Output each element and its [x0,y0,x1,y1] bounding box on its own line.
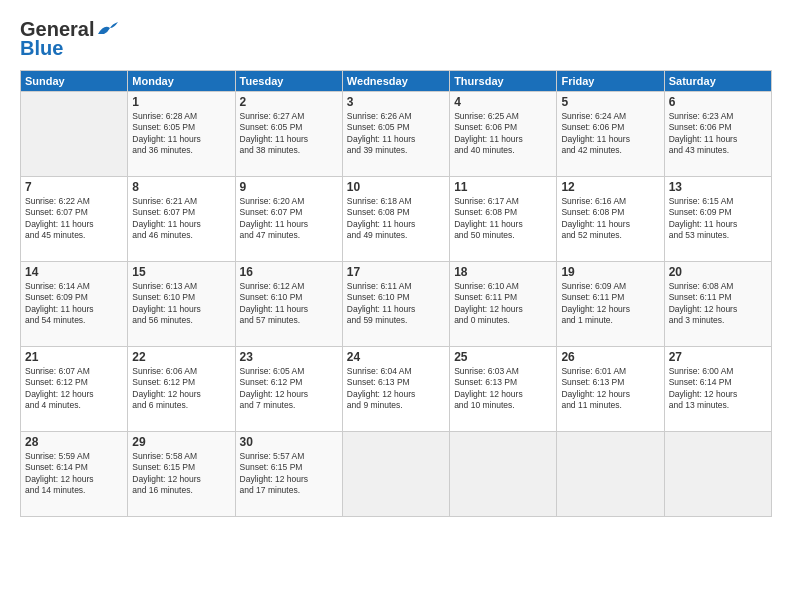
day-number: 2 [240,95,338,109]
calendar-cell: 9Sunrise: 6:20 AM Sunset: 6:07 PM Daylig… [235,177,342,262]
day-number: 16 [240,265,338,279]
calendar-cell: 4Sunrise: 6:25 AM Sunset: 6:06 PM Daylig… [450,92,557,177]
calendar-cell: 23Sunrise: 6:05 AM Sunset: 6:12 PM Dayli… [235,347,342,432]
day-info: Sunrise: 6:15 AM Sunset: 6:09 PM Dayligh… [669,196,767,242]
day-number: 12 [561,180,659,194]
day-number: 23 [240,350,338,364]
day-info: Sunrise: 6:11 AM Sunset: 6:10 PM Dayligh… [347,281,445,327]
day-number: 11 [454,180,552,194]
day-info: Sunrise: 6:10 AM Sunset: 6:11 PM Dayligh… [454,281,552,327]
logo: General Blue [20,18,118,60]
day-info: Sunrise: 6:13 AM Sunset: 6:10 PM Dayligh… [132,281,230,327]
day-number: 9 [240,180,338,194]
day-number: 25 [454,350,552,364]
calendar-cell: 16Sunrise: 6:12 AM Sunset: 6:10 PM Dayli… [235,262,342,347]
calendar-cell: 6Sunrise: 6:23 AM Sunset: 6:06 PM Daylig… [664,92,771,177]
day-number: 10 [347,180,445,194]
logo-blue-text: Blue [20,37,63,60]
day-number: 15 [132,265,230,279]
day-number: 26 [561,350,659,364]
day-number: 20 [669,265,767,279]
calendar-cell: 5Sunrise: 6:24 AM Sunset: 6:06 PM Daylig… [557,92,664,177]
day-info: Sunrise: 6:00 AM Sunset: 6:14 PM Dayligh… [669,366,767,412]
day-info: Sunrise: 6:12 AM Sunset: 6:10 PM Dayligh… [240,281,338,327]
day-info: Sunrise: 6:21 AM Sunset: 6:07 PM Dayligh… [132,196,230,242]
calendar-cell: 17Sunrise: 6:11 AM Sunset: 6:10 PM Dayli… [342,262,449,347]
calendar-week-row: 7Sunrise: 6:22 AM Sunset: 6:07 PM Daylig… [21,177,772,262]
day-info: Sunrise: 5:59 AM Sunset: 6:14 PM Dayligh… [25,451,123,497]
day-info: Sunrise: 6:01 AM Sunset: 6:13 PM Dayligh… [561,366,659,412]
day-info: Sunrise: 6:18 AM Sunset: 6:08 PM Dayligh… [347,196,445,242]
day-info: Sunrise: 6:04 AM Sunset: 6:13 PM Dayligh… [347,366,445,412]
day-info: Sunrise: 6:06 AM Sunset: 6:12 PM Dayligh… [132,366,230,412]
calendar-cell: 14Sunrise: 6:14 AM Sunset: 6:09 PM Dayli… [21,262,128,347]
calendar-body: 1Sunrise: 6:28 AM Sunset: 6:05 PM Daylig… [21,92,772,517]
calendar-cell: 15Sunrise: 6:13 AM Sunset: 6:10 PM Dayli… [128,262,235,347]
header-row: SundayMondayTuesdayWednesdayThursdayFrid… [21,71,772,92]
calendar-cell: 1Sunrise: 6:28 AM Sunset: 6:05 PM Daylig… [128,92,235,177]
day-of-week-header: Monday [128,71,235,92]
day-number: 14 [25,265,123,279]
day-number: 6 [669,95,767,109]
calendar-week-row: 21Sunrise: 6:07 AM Sunset: 6:12 PM Dayli… [21,347,772,432]
day-of-week-header: Tuesday [235,71,342,92]
calendar-table: SundayMondayTuesdayWednesdayThursdayFrid… [20,70,772,517]
day-info: Sunrise: 5:58 AM Sunset: 6:15 PM Dayligh… [132,451,230,497]
day-info: Sunrise: 6:16 AM Sunset: 6:08 PM Dayligh… [561,196,659,242]
calendar-cell: 30Sunrise: 5:57 AM Sunset: 6:15 PM Dayli… [235,432,342,517]
calendar-cell: 25Sunrise: 6:03 AM Sunset: 6:13 PM Dayli… [450,347,557,432]
header: General Blue [20,18,772,60]
calendar-cell [557,432,664,517]
calendar-cell: 21Sunrise: 6:07 AM Sunset: 6:12 PM Dayli… [21,347,128,432]
day-of-week-header: Wednesday [342,71,449,92]
calendar-cell: 22Sunrise: 6:06 AM Sunset: 6:12 PM Dayli… [128,347,235,432]
day-number: 5 [561,95,659,109]
day-number: 3 [347,95,445,109]
day-info: Sunrise: 6:23 AM Sunset: 6:06 PM Dayligh… [669,111,767,157]
day-info: Sunrise: 6:22 AM Sunset: 6:07 PM Dayligh… [25,196,123,242]
calendar-cell [450,432,557,517]
calendar-cell: 24Sunrise: 6:04 AM Sunset: 6:13 PM Dayli… [342,347,449,432]
day-info: Sunrise: 6:14 AM Sunset: 6:09 PM Dayligh… [25,281,123,327]
calendar-cell: 26Sunrise: 6:01 AM Sunset: 6:13 PM Dayli… [557,347,664,432]
day-info: Sunrise: 6:25 AM Sunset: 6:06 PM Dayligh… [454,111,552,157]
logo-bird-icon [96,22,118,38]
calendar-cell [21,92,128,177]
day-number: 8 [132,180,230,194]
day-of-week-header: Friday [557,71,664,92]
calendar-cell [664,432,771,517]
day-info: Sunrise: 6:28 AM Sunset: 6:05 PM Dayligh… [132,111,230,157]
day-info: Sunrise: 5:57 AM Sunset: 6:15 PM Dayligh… [240,451,338,497]
calendar-cell: 19Sunrise: 6:09 AM Sunset: 6:11 PM Dayli… [557,262,664,347]
calendar-cell [342,432,449,517]
day-number: 21 [25,350,123,364]
day-info: Sunrise: 6:24 AM Sunset: 6:06 PM Dayligh… [561,111,659,157]
day-number: 24 [347,350,445,364]
calendar-cell: 29Sunrise: 5:58 AM Sunset: 6:15 PM Dayli… [128,432,235,517]
day-number: 29 [132,435,230,449]
calendar-week-row: 28Sunrise: 5:59 AM Sunset: 6:14 PM Dayli… [21,432,772,517]
day-info: Sunrise: 6:17 AM Sunset: 6:08 PM Dayligh… [454,196,552,242]
day-of-week-header: Sunday [21,71,128,92]
calendar-week-row: 14Sunrise: 6:14 AM Sunset: 6:09 PM Dayli… [21,262,772,347]
page: General Blue SundayMondayTuesdayWednesda… [0,0,792,612]
calendar-cell: 3Sunrise: 6:26 AM Sunset: 6:05 PM Daylig… [342,92,449,177]
day-info: Sunrise: 6:05 AM Sunset: 6:12 PM Dayligh… [240,366,338,412]
day-info: Sunrise: 6:03 AM Sunset: 6:13 PM Dayligh… [454,366,552,412]
calendar-cell: 18Sunrise: 6:10 AM Sunset: 6:11 PM Dayli… [450,262,557,347]
day-number: 28 [25,435,123,449]
calendar-cell: 27Sunrise: 6:00 AM Sunset: 6:14 PM Dayli… [664,347,771,432]
calendar-cell: 10Sunrise: 6:18 AM Sunset: 6:08 PM Dayli… [342,177,449,262]
calendar-week-row: 1Sunrise: 6:28 AM Sunset: 6:05 PM Daylig… [21,92,772,177]
day-info: Sunrise: 6:09 AM Sunset: 6:11 PM Dayligh… [561,281,659,327]
day-number: 18 [454,265,552,279]
day-info: Sunrise: 6:20 AM Sunset: 6:07 PM Dayligh… [240,196,338,242]
day-number: 22 [132,350,230,364]
calendar-cell: 20Sunrise: 6:08 AM Sunset: 6:11 PM Dayli… [664,262,771,347]
day-number: 4 [454,95,552,109]
calendar-cell: 2Sunrise: 6:27 AM Sunset: 6:05 PM Daylig… [235,92,342,177]
calendar-header: SundayMondayTuesdayWednesdayThursdayFrid… [21,71,772,92]
calendar-cell: 28Sunrise: 5:59 AM Sunset: 6:14 PM Dayli… [21,432,128,517]
day-number: 19 [561,265,659,279]
day-of-week-header: Saturday [664,71,771,92]
